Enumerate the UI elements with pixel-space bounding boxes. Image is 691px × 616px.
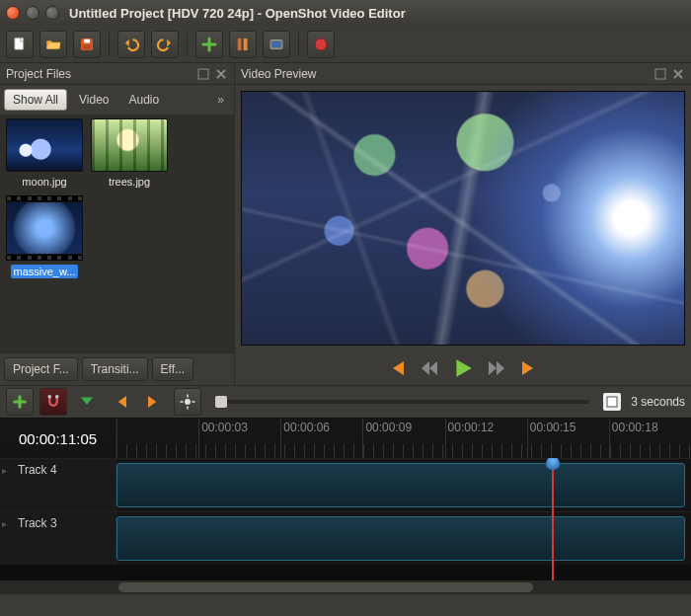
marker-down-icon	[78, 393, 96, 411]
window-title: Untitled Project [HDV 720 24p] - OpenSho…	[69, 6, 406, 21]
import-files-button[interactable]	[195, 31, 223, 58]
track-lane[interactable]	[116, 512, 691, 565]
add-track-button[interactable]	[6, 388, 34, 416]
save-project-button[interactable]	[73, 31, 101, 58]
svg-rect-3	[83, 44, 91, 49]
timeline-ruler-row: 00:00:11:05 00:00:03 00:00:06 00:00:09 0…	[0, 419, 691, 458]
thumbnail-image	[6, 201, 83, 255]
new-project-button[interactable]	[6, 31, 34, 58]
panel-undock-icon[interactable]	[196, 67, 210, 81]
current-time-display: 00:00:11:05	[0, 419, 116, 458]
window-maximize-icon[interactable]	[45, 6, 59, 20]
project-files-panel: Project Files Show All Video Audio » moo…	[0, 63, 235, 385]
project-panel-tabs: Project F... Transiti... Eff...	[0, 352, 234, 385]
timeline-ruler[interactable]: 00:00:03 00:00:06 00:00:09 00:00:12 00:0…	[116, 419, 691, 458]
filter-video-button[interactable]: Video	[71, 90, 116, 110]
rewind-button[interactable]	[419, 357, 440, 379]
thumbnail-image	[91, 118, 168, 172]
fullscreen-button[interactable]	[263, 31, 290, 58]
track-header[interactable]: ▸Track 4	[0, 459, 116, 511]
svg-rect-10	[198, 69, 208, 79]
timeline-horizontal-scrollbar[interactable]	[0, 580, 691, 594]
fullscreen-icon	[268, 36, 285, 53]
track-name: Track 4	[18, 463, 57, 477]
ruler-mark: 00:00:09	[365, 421, 412, 434]
video-preview-panel: Video Preview	[235, 63, 691, 385]
main-toolbar	[0, 26, 691, 63]
filter-show-all-button[interactable]: Show All	[4, 89, 67, 111]
undo-icon	[122, 36, 140, 53]
toolbar-separator	[109, 33, 110, 56]
svg-rect-4	[238, 38, 242, 50]
timeline-track: ▸Track 3	[0, 511, 691, 565]
timeline-tracks: ▸Track 4 ▸Track 3	[0, 458, 691, 580]
add-marker-button[interactable]	[73, 388, 101, 416]
panel-close-icon[interactable]	[214, 67, 228, 81]
track-lane[interactable]	[116, 459, 691, 511]
project-file-item-selected[interactable]: massive_w...	[6, 195, 83, 278]
timeline-panel: 00:00:11:05 00:00:03 00:00:06 00:00:09 0…	[0, 419, 691, 594]
zoom-slider-knob[interactable]	[215, 396, 227, 408]
track-name: Track 3	[18, 516, 57, 530]
prev-marker-icon	[112, 393, 129, 411]
zoom-readout: 3 seconds	[631, 395, 685, 409]
redo-icon	[156, 36, 174, 53]
video-preview-viewport[interactable]	[241, 91, 685, 346]
open-project-button[interactable]	[39, 31, 67, 58]
video-preview-title: Video Preview	[241, 67, 317, 81]
panel-close-icon[interactable]	[671, 67, 685, 81]
svg-rect-2	[84, 38, 90, 42]
play-button[interactable]	[452, 357, 474, 379]
ruler-mark: 00:00:18	[612, 421, 658, 434]
timeline-clip[interactable]	[116, 463, 685, 507]
save-icon	[78, 36, 96, 53]
tab-effects[interactable]: Eff...	[152, 357, 193, 381]
redo-button[interactable]	[151, 31, 179, 58]
thumbnail-caption: trees.jpg	[109, 176, 150, 188]
svg-rect-11	[655, 69, 665, 79]
next-marker-button[interactable]	[140, 388, 168, 416]
window-minimize-icon[interactable]	[26, 6, 39, 20]
magnet-icon	[44, 393, 62, 411]
project-file-item[interactable]: trees.jpg	[91, 118, 168, 188]
timeline-clip[interactable]	[116, 516, 685, 561]
tab-transitions[interactable]: Transiti...	[82, 357, 148, 381]
panel-undock-icon[interactable]	[653, 67, 667, 81]
next-marker-icon	[145, 393, 163, 411]
jump-start-button[interactable]	[385, 357, 407, 379]
window-titlebar: Untitled Project [HDV 720 24p] - OpenSho…	[0, 0, 691, 26]
plus-icon	[200, 36, 218, 53]
track-handle-icon[interactable]: ▸	[2, 518, 7, 529]
project-files-header: Project Files	[0, 63, 234, 85]
window-close-icon[interactable]	[6, 6, 20, 20]
tab-project-files[interactable]: Project F...	[4, 357, 78, 381]
center-playhead-button[interactable]	[174, 388, 201, 416]
jump-end-button[interactable]	[519, 357, 541, 379]
scrollbar-thumb[interactable]	[118, 582, 533, 592]
toolbar-separator	[298, 33, 299, 56]
project-file-item[interactable]: moon.jpg	[6, 118, 83, 188]
snapping-toggle-button[interactable]	[39, 388, 67, 416]
filter-more-icon[interactable]: »	[211, 93, 230, 107]
timeline-toolbar: 3 seconds	[0, 385, 691, 419]
svg-rect-7	[272, 41, 281, 47]
previous-marker-button[interactable]	[107, 388, 134, 416]
playhead[interactable]	[552, 458, 554, 580]
choose-profile-button[interactable]	[229, 31, 257, 58]
thumbnail-image	[6, 118, 83, 172]
ruler-mark: 00:00:12	[448, 421, 495, 434]
undo-button[interactable]	[117, 31, 145, 58]
svg-point-14	[185, 399, 191, 405]
zoom-slider[interactable]	[215, 400, 589, 404]
record-icon	[312, 36, 330, 53]
thumbnail-caption: moon.jpg	[22, 176, 66, 188]
thumbnail-caption: massive_w...	[11, 265, 79, 278]
filter-audio-button[interactable]: Audio	[121, 90, 168, 110]
playhead-handle-icon[interactable]	[546, 458, 560, 470]
export-video-button[interactable]	[307, 31, 335, 58]
svg-rect-5	[244, 38, 248, 50]
track-header[interactable]: ▸Track 3	[0, 512, 116, 565]
fast-forward-button[interactable]	[486, 357, 507, 379]
track-handle-icon[interactable]: ▸	[2, 465, 7, 476]
new-file-icon	[11, 36, 29, 53]
